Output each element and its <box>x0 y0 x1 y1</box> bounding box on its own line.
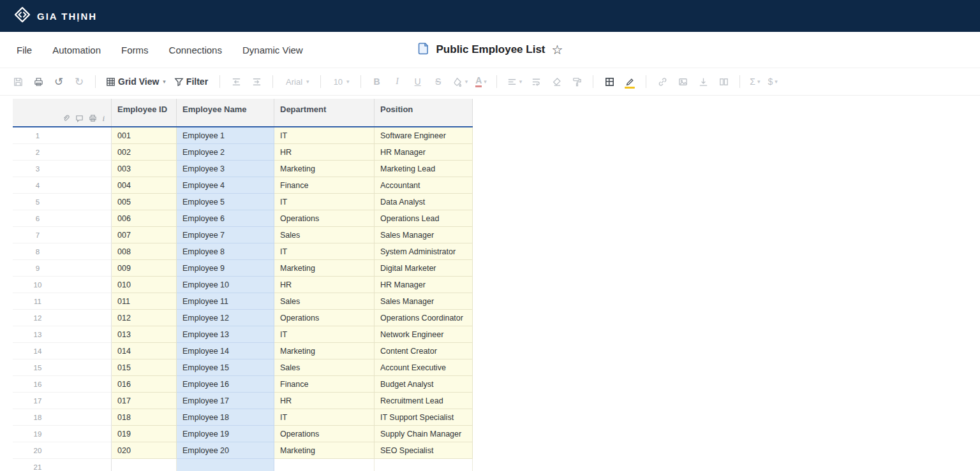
row-number[interactable]: 18 <box>13 409 112 426</box>
row-number[interactable]: 1 <box>13 127 112 144</box>
row-number[interactable]: 4 <box>13 177 112 194</box>
cell-employee-name[interactable]: Employee 19 <box>177 426 274 442</box>
row-number[interactable]: 20 <box>13 442 112 459</box>
cell-employee-id[interactable]: 014 <box>112 343 177 359</box>
cell-employee-id[interactable]: 004 <box>112 177 177 194</box>
cell-department[interactable]: Sales <box>274 359 375 376</box>
paint-format-button[interactable] <box>568 73 586 91</box>
cell-position[interactable]: Recruitment Lead <box>375 393 473 409</box>
link-button[interactable] <box>653 73 671 91</box>
cell-employee-id[interactable]: 019 <box>112 426 177 442</box>
row-number[interactable]: 13 <box>13 326 112 343</box>
table-button[interactable] <box>600 73 618 91</box>
cell-position[interactable]: Operations Coordinator <box>375 310 473 326</box>
menu-dynamic-view[interactable]: Dynamic View <box>242 45 303 55</box>
row-number[interactable]: 11 <box>13 293 112 310</box>
cell-department[interactable] <box>274 459 375 471</box>
favorite-star-icon[interactable]: ☆ <box>552 43 563 56</box>
cell-employee-id[interactable] <box>112 459 177 471</box>
undo-button[interactable]: ↺ <box>50 73 68 91</box>
row-number[interactable]: 2 <box>13 144 112 161</box>
menu-forms[interactable]: Forms <box>121 45 149 55</box>
cell-department[interactable]: Marketing <box>274 442 375 459</box>
attachment-icon[interactable] <box>62 114 70 122</box>
cell-department[interactable]: HR <box>274 277 375 293</box>
cell-position[interactable]: HR Manager <box>375 277 473 293</box>
cell-employee-id[interactable]: 001 <box>112 127 177 144</box>
filter-button[interactable]: Filter <box>171 73 212 91</box>
menu-file[interactable]: File <box>17 45 32 55</box>
cell-employee-id[interactable]: 012 <box>112 310 177 326</box>
cell-employee-id[interactable]: 017 <box>112 393 177 409</box>
cell-position[interactable]: Budget Analyst <box>375 376 473 393</box>
page-title[interactable]: Public Employee List <box>436 43 546 56</box>
cell-employee-name[interactable] <box>177 459 274 471</box>
cell-employee-id[interactable]: 006 <box>112 210 177 227</box>
cell-employee-id[interactable]: 002 <box>112 144 177 161</box>
row-number[interactable]: 15 <box>13 359 112 376</box>
cell-position[interactable]: Account Executive <box>375 359 473 376</box>
row-number[interactable]: 12 <box>13 310 112 326</box>
align-button[interactable]: ▾ <box>504 73 525 91</box>
cell-position[interactable]: Operations Lead <box>375 210 473 227</box>
comment-icon[interactable] <box>75 114 84 122</box>
cell-department[interactable]: Marketing <box>274 343 375 359</box>
cell-position[interactable]: HR Manager <box>375 144 473 161</box>
split-cells-button[interactable] <box>715 73 732 91</box>
text-color-button[interactable]: A ▾ <box>473 73 489 91</box>
row-number[interactable]: 10 <box>13 277 112 293</box>
column-header-department[interactable]: Department <box>274 99 375 126</box>
cell-employee-id[interactable]: 008 <box>112 243 177 260</box>
image-button[interactable] <box>674 73 692 91</box>
cell-employee-name[interactable]: Employee 11 <box>177 293 274 310</box>
cell-department[interactable]: IT <box>274 409 375 426</box>
cell-employee-id[interactable]: 013 <box>112 326 177 343</box>
cell-position[interactable]: Data Analyst <box>375 194 473 210</box>
cell-employee-id[interactable]: 009 <box>112 260 177 277</box>
cell-department[interactable]: Marketing <box>274 260 375 277</box>
font-family-select[interactable]: Arial ▾ <box>280 73 313 91</box>
cell-employee-name[interactable]: Employee 2 <box>177 144 274 161</box>
column-header-position[interactable]: Position <box>375 99 473 126</box>
grid-view-button[interactable]: Grid View ▾ <box>103 73 168 91</box>
info-icon[interactable]: i <box>102 114 105 122</box>
column-header-employee-id[interactable]: Employee ID <box>112 99 177 126</box>
cell-employee-name[interactable]: Employee 12 <box>177 310 274 326</box>
cell-position[interactable]: Sales Manager <box>375 227 473 243</box>
clear-format-button[interactable] <box>547 73 565 91</box>
row-number[interactable]: 14 <box>13 343 112 359</box>
indent-left-button[interactable] <box>227 73 245 91</box>
wrap-text-button[interactable] <box>527 73 545 91</box>
cell-employee-id[interactable]: 003 <box>112 161 177 177</box>
cell-position[interactable]: SEO Specialist <box>375 442 473 459</box>
cell-position[interactable]: Network Engineer <box>375 326 473 343</box>
menu-connections[interactable]: Connections <box>169 45 222 55</box>
row-number[interactable]: 21 <box>13 459 112 471</box>
cell-employee-name[interactable]: Employee 1 <box>177 127 274 144</box>
cell-department[interactable]: Operations <box>274 310 375 326</box>
cell-position[interactable]: Content Creator <box>375 343 473 359</box>
cell-department[interactable]: Operations <box>274 210 375 227</box>
currency-button[interactable]: $ ▾ <box>766 73 780 91</box>
cell-position[interactable]: Sales Manager <box>375 293 473 310</box>
cell-employee-id[interactable]: 007 <box>112 227 177 243</box>
cell-department[interactable]: Sales <box>274 227 375 243</box>
cell-position[interactable]: Accountant <box>375 177 473 194</box>
cell-department[interactable]: IT <box>274 326 375 343</box>
cell-employee-name[interactable]: Employee 4 <box>177 177 274 194</box>
cell-employee-name[interactable]: Employee 5 <box>177 194 274 210</box>
menu-automation[interactable]: Automation <box>52 45 101 55</box>
column-header-employee-name[interactable]: Employee Name <box>177 99 274 126</box>
font-size-select[interactable]: 10 ▾ <box>328 73 353 91</box>
row-number-header[interactable]: i <box>13 99 112 126</box>
row-number[interactable]: 3 <box>13 161 112 177</box>
cell-department[interactable]: Operations <box>274 426 375 442</box>
cell-department[interactable]: IT <box>274 127 375 144</box>
cell-employee-name[interactable]: Employee 13 <box>177 326 274 343</box>
cell-department[interactable]: Finance <box>274 177 375 194</box>
cell-department[interactable]: HR <box>274 144 375 161</box>
print-button[interactable] <box>29 73 47 91</box>
bold-button[interactable]: B <box>368 73 386 91</box>
cell-position[interactable] <box>375 459 473 471</box>
sum-button[interactable]: Σ ▾ <box>747 73 762 91</box>
